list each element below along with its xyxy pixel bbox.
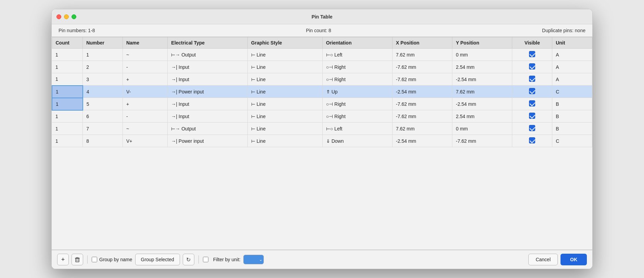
header-number: Number bbox=[83, 37, 123, 49]
visible-checkbox[interactable] bbox=[529, 76, 535, 82]
cell-graphic-style: ⊢ Line bbox=[247, 86, 322, 98]
cancel-button[interactable]: Cancel bbox=[528, 254, 558, 265]
cell-graphic-style: ⊢ Line bbox=[247, 98, 322, 110]
cell-electrical-type: →| Power input bbox=[168, 135, 248, 147]
cell-orientation: ⊢○ Left bbox=[322, 49, 392, 61]
add-button[interactable]: + bbox=[57, 254, 69, 265]
cell-count: 1 bbox=[52, 86, 83, 98]
cell-name: V+ bbox=[123, 135, 167, 147]
cell-unit: C bbox=[552, 86, 592, 98]
cell-electrical-type: →| Power input bbox=[168, 86, 248, 98]
visible-checkbox[interactable] bbox=[529, 137, 535, 143]
refresh-button[interactable]: ↻ bbox=[183, 254, 194, 265]
group-by-name-checkbox[interactable] bbox=[92, 257, 97, 262]
cell-orientation: ○⊣ Right bbox=[322, 73, 392, 86]
refresh-icon: ↻ bbox=[186, 256, 191, 263]
titlebar: Pin Table bbox=[52, 9, 592, 24]
cell-number: 3 bbox=[83, 73, 123, 86]
cell-visible[interactable] bbox=[512, 49, 552, 61]
header-y-position: Y Position bbox=[452, 37, 512, 49]
filter-by-unit-checkbox[interactable] bbox=[203, 257, 208, 262]
svg-rect-2 bbox=[76, 257, 78, 258]
traffic-lights bbox=[56, 14, 76, 19]
filter-unit-select[interactable]: A B C bbox=[243, 255, 264, 264]
cell-y-position: 0 mm bbox=[452, 49, 512, 61]
visible-checkbox[interactable] bbox=[529, 51, 535, 57]
cell-orientation: ⊢○ Left bbox=[322, 123, 392, 135]
visible-checkbox[interactable] bbox=[529, 63, 535, 70]
cell-visible[interactable] bbox=[512, 135, 552, 147]
visible-checkbox[interactable] bbox=[529, 125, 535, 131]
cell-visible[interactable] bbox=[512, 61, 552, 73]
filter-by-unit-label: Filter by unit: bbox=[213, 257, 241, 262]
cell-number: 4 bbox=[83, 86, 123, 98]
table-row[interactable]: 13+→| Input⊢ Line○⊣ Right-7.62 mm-2.54 m… bbox=[52, 73, 592, 86]
cell-number: 7 bbox=[83, 123, 123, 135]
svg-rect-0 bbox=[76, 258, 79, 262]
cell-number: 1 bbox=[83, 49, 123, 61]
cell-name: - bbox=[123, 61, 167, 73]
table-row[interactable]: 18V+→| Power input⊢ Line⇓ Down-2.54 mm-7… bbox=[52, 135, 592, 147]
pin-numbers-label: Pin numbers: 1-8 bbox=[59, 28, 95, 33]
trash-icon bbox=[75, 257, 80, 262]
cell-visible[interactable] bbox=[512, 98, 552, 110]
cell-x-position: 7.62 mm bbox=[392, 123, 452, 135]
cell-name: + bbox=[123, 73, 167, 86]
table-row[interactable]: 16-→| Input⊢ Line○⊣ Right-7.62 mm2.54 mm… bbox=[52, 110, 592, 123]
cell-electrical-type: →| Input bbox=[168, 73, 248, 86]
header-count: Count bbox=[52, 37, 83, 49]
delete-button[interactable] bbox=[72, 254, 83, 265]
visible-checkbox[interactable] bbox=[529, 100, 535, 106]
table-row[interactable]: 11~⊢→ Output⊢ Line⊢○ Left7.62 mm0 mmA bbox=[52, 49, 592, 61]
table-body: 11~⊢→ Output⊢ Line⊢○ Left7.62 mm0 mmA12-… bbox=[52, 49, 592, 147]
cell-name: V- bbox=[123, 86, 167, 98]
visible-checkbox[interactable] bbox=[529, 113, 535, 119]
visible-checkbox[interactable] bbox=[529, 88, 535, 94]
pin-count-label: Pin count: 8 bbox=[306, 28, 331, 33]
cell-unit: B bbox=[552, 123, 592, 135]
header-graphic-style: Graphic Style bbox=[247, 37, 322, 49]
cell-unit: A bbox=[552, 73, 592, 86]
filter-by-unit-checkbox-label[interactable]: Filter by unit: bbox=[203, 257, 241, 262]
cell-graphic-style: ⊢ Line bbox=[247, 110, 322, 123]
cell-electrical-type: ⊢→ Output bbox=[168, 123, 248, 135]
cell-graphic-style: ⊢ Line bbox=[247, 61, 322, 73]
cell-y-position: -2.54 mm bbox=[452, 73, 512, 86]
header-electrical-type: Electrical Type bbox=[168, 37, 248, 49]
pin-table: Count Number Name Electrical Type Graphi… bbox=[52, 37, 592, 147]
cell-electrical-type: →| Input bbox=[168, 61, 248, 73]
cell-x-position: -7.62 mm bbox=[392, 98, 452, 110]
cell-x-position: -7.62 mm bbox=[392, 73, 452, 86]
table-row[interactable]: 12-→| Input⊢ Line○⊣ Right-7.62 mm2.54 mm… bbox=[52, 61, 592, 73]
ok-button[interactable]: OK bbox=[561, 254, 587, 265]
table-row[interactable]: 15+→| Input⊢ Line○⊣ Right-7.62 mm-2.54 m… bbox=[52, 98, 592, 110]
footer-divider bbox=[87, 255, 88, 264]
table-row[interactable]: 14V-→| Power input⊢ Line⇑ Up-2.54 mm7.62… bbox=[52, 86, 592, 98]
cell-visible[interactable] bbox=[512, 123, 552, 135]
table-row[interactable]: 17~⊢→ Output⊢ Line⊢○ Left7.62 mm0 mmB bbox=[52, 123, 592, 135]
table-container: Count Number Name Electrical Type Graphi… bbox=[52, 37, 592, 250]
maximize-button[interactable] bbox=[72, 14, 76, 19]
cell-visible[interactable] bbox=[512, 73, 552, 86]
group-by-name-checkbox-label[interactable]: Group by name bbox=[92, 257, 132, 262]
cell-y-position: 0 mm bbox=[452, 123, 512, 135]
cell-electrical-type: →| Input bbox=[168, 110, 248, 123]
cell-orientation: ○⊣ Right bbox=[322, 98, 392, 110]
cell-y-position: -2.54 mm bbox=[452, 98, 512, 110]
cell-visible[interactable] bbox=[512, 110, 552, 123]
close-button[interactable] bbox=[56, 14, 61, 19]
minimize-button[interactable] bbox=[64, 14, 69, 19]
cell-orientation: ⇑ Up bbox=[322, 86, 392, 98]
header-name: Name bbox=[123, 37, 167, 49]
cell-unit: B bbox=[552, 98, 592, 110]
cell-count: 1 bbox=[52, 73, 83, 86]
cell-x-position: -7.62 mm bbox=[392, 61, 452, 73]
cell-unit: A bbox=[552, 49, 592, 61]
cell-visible[interactable] bbox=[512, 86, 552, 98]
group-selected-button[interactable]: Group Selected bbox=[135, 254, 180, 265]
cell-unit: A bbox=[552, 61, 592, 73]
cell-number: 2 bbox=[83, 61, 123, 73]
cell-x-position: -2.54 mm bbox=[392, 86, 452, 98]
cell-number: 8 bbox=[83, 135, 123, 147]
cell-unit: C bbox=[552, 135, 592, 147]
